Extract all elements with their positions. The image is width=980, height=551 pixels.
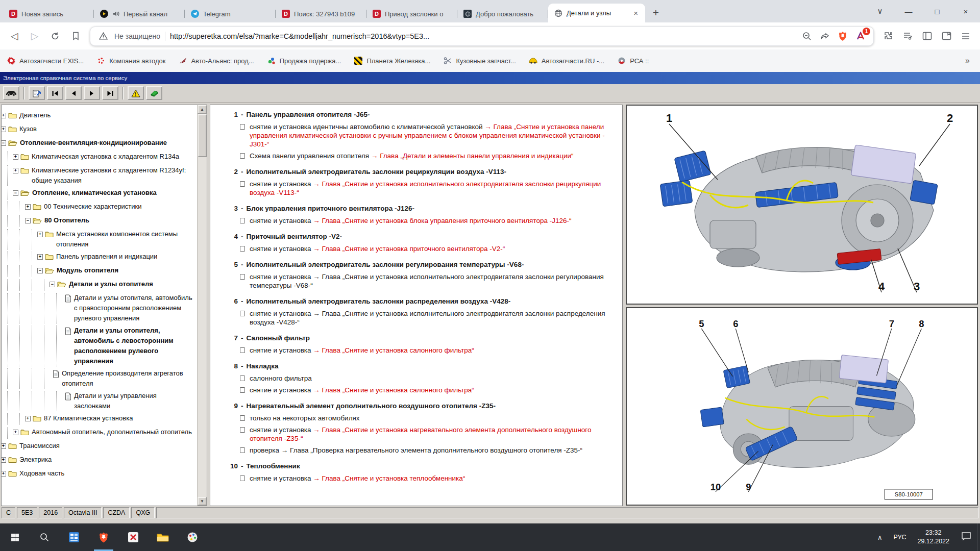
tree-item-label[interactable]: Климатические установки с хладагентом R1… — [32, 165, 196, 186]
collapse-box[interactable]: − — [25, 218, 31, 223]
nav-last-button[interactable] — [102, 86, 118, 100]
not-secure-warning-icon[interactable] — [96, 30, 110, 43]
tree-item[interactable]: +Автономный отопитель, дополнительный от… — [4, 427, 196, 439]
sidebar-icon[interactable] — [918, 27, 936, 45]
expand-box[interactable]: + — [37, 254, 43, 260]
audio-speaker-icon[interactable] — [112, 10, 119, 17]
tree-item-label[interactable]: Ходовая часть — [19, 468, 66, 479]
tree-item[interactable]: −80 Отопитель — [4, 215, 196, 227]
notification-center-icon[interactable] — [961, 531, 972, 543]
chapter-link[interactable]: → Глава „Детали и элементы панели управл… — [371, 152, 574, 160]
clock[interactable]: 23:32 29.12.2022 — [917, 529, 949, 546]
tree-item[interactable]: +Двигатель — [4, 110, 196, 122]
tree-item[interactable]: Детали и узлы отопителя, автомобиль с пр… — [4, 293, 196, 323]
expand-box[interactable]: + — [25, 416, 31, 421]
tab-search-button[interactable]: ∨ — [866, 0, 894, 22]
tree-item-label[interactable]: Отопление, климатическая установка — [32, 188, 159, 198]
tree-item[interactable]: −Детали и узлы отопителя — [4, 279, 196, 291]
nav-next-button[interactable] — [84, 86, 100, 100]
tree-item-label[interactable]: Трансмиссия — [19, 441, 62, 451]
tree-item-label[interactable]: Климатическая установка с хладагентом R1… — [32, 152, 181, 162]
tree-item-label[interactable]: Детали и узлы управления заслонками — [74, 391, 196, 411]
tree-item-label[interactable]: Кузов — [19, 124, 39, 134]
tab-close-icon[interactable]: × — [632, 9, 639, 17]
browser-tab[interactable]: Первый канал — [94, 5, 185, 22]
tree-item[interactable]: +Ходовая часть — [4, 468, 196, 480]
bookmarks-overflow-chevron[interactable]: » — [965, 56, 973, 65]
address-bar[interactable]: Не защищено http://superetka.com/elsa/?m… — [90, 27, 874, 46]
tree-item-label[interactable]: Детали и узлы отопителя, автомобиль с пр… — [74, 293, 196, 323]
browser-tab[interactable]: DНовая запись — [3, 5, 94, 22]
taskbar-search-button[interactable] — [30, 523, 59, 551]
browser-tab[interactable]: DПривод заслонки о — [366, 5, 457, 22]
browser-tab[interactable]: Telegram — [185, 5, 276, 22]
zoom-out-icon[interactable] — [800, 30, 814, 43]
bookmark-item[interactable]: Компания автодок — [97, 57, 165, 65]
tree-item[interactable]: +00 Технические характеристики — [4, 202, 196, 213]
bookmark-item[interactable]: Автозапчасти EXIS... — [7, 57, 84, 65]
taskbar-explorer-button[interactable] — [148, 523, 178, 551]
expand-box[interactable]: + — [13, 154, 18, 160]
maximize-button[interactable]: □ — [923, 0, 951, 22]
tree-item-label[interactable]: Панель управления и индикации — [56, 252, 159, 262]
car-button[interactable] — [3, 86, 19, 100]
chapter-link[interactable]: → Глава „Снятие и установка приточного в… — [313, 245, 505, 253]
tree-item-label[interactable]: 00 Технические характеристики — [44, 202, 144, 212]
reload-button[interactable] — [46, 27, 64, 45]
chapter-link[interactable]: → Глава „Снятие и установка салонного фи… — [313, 346, 474, 354]
bookmark-flag-button[interactable] — [66, 27, 85, 45]
tree-item-label[interactable]: 87 Климатическая установка — [44, 413, 135, 423]
nav-prev-button[interactable] — [65, 86, 82, 100]
scroll-track[interactable] — [198, 157, 207, 497]
bookmark-item[interactable]: Кузовные запчаст... — [444, 57, 516, 65]
tree-item[interactable]: +Панель управления и индикации — [4, 252, 196, 263]
bookmark-item[interactable]: Планета Железяка... — [354, 57, 430, 65]
scroll-up-arrow[interactable]: ▲ — [198, 105, 207, 114]
expand-box[interactable]: + — [2, 113, 6, 118]
tree-item-label[interactable]: Отопление-вентиляция-кондиционирование — [20, 138, 169, 148]
taskbar-palette-button[interactable] — [178, 523, 207, 551]
tree-item[interactable]: Определение производителя агрегатов отоп… — [4, 368, 196, 389]
bookmark-item[interactable]: РСА :: — [618, 57, 649, 65]
tree-item-label[interactable]: Модуль отопителя — [57, 265, 120, 276]
expand-box[interactable]: + — [25, 204, 31, 210]
hidden-icons-chevron[interactable]: ∧ — [877, 534, 883, 541]
tree-item-label[interactable]: Автономный отопитель, дополнительный ото… — [32, 427, 194, 437]
collapse-box[interactable]: − — [37, 268, 43, 273]
browser-tab[interactable]: Детали и узлы× — [548, 4, 645, 22]
taskbar-brave-button[interactable] — [89, 523, 118, 551]
warning-button[interactable] — [128, 86, 144, 100]
forward-button[interactable]: ▷ — [26, 27, 44, 45]
chapter-link[interactable]: → Глава „Снятие и установка салонного фи… — [313, 386, 474, 394]
expand-box[interactable]: + — [13, 430, 18, 435]
chapter-link[interactable]: → Глава „Снятие и установка блока управл… — [313, 217, 571, 224]
playlist-icon[interactable] — [898, 27, 917, 45]
tree-item[interactable]: +Климатические установки с хладагентом R… — [4, 165, 196, 186]
taskbar-start-button[interactable] — [0, 523, 30, 551]
bookmark-item[interactable]: Автозапчасти.RU -... — [529, 57, 604, 65]
bookmark-item[interactable]: Продажа подержа... — [267, 57, 341, 65]
language-indicator[interactable]: РУС — [893, 534, 906, 541]
tree-scrollbar[interactable]: ▲ ▼ — [197, 105, 207, 506]
eraser-button[interactable] — [146, 86, 162, 100]
back-button[interactable]: ◁ — [5, 27, 23, 45]
menu-icon[interactable] — [957, 27, 975, 45]
tree-item-label[interactable]: Детали и узлы отопителя — [69, 279, 155, 289]
scroll-thumb[interactable] — [198, 114, 207, 157]
collapse-box[interactable]: − — [50, 282, 55, 287]
tree-item[interactable]: +Трансмиссия — [4, 441, 196, 453]
url-text[interactable]: http://superetka.com/elsa/?marke=C&model… — [170, 32, 796, 40]
tree-item[interactable]: −Отопление-вентиляция-кондиционирование — [4, 138, 196, 149]
tree-item[interactable]: +Климатическая установка с хладагентом R… — [4, 152, 196, 163]
expand-box[interactable]: + — [2, 457, 6, 463]
collapse-box[interactable]: − — [2, 140, 6, 146]
tree-item[interactable]: +Кузов — [4, 124, 196, 136]
tree-item[interactable]: +Места установки компонентов системы ото… — [4, 229, 196, 249]
browser-tab[interactable]: Добро пожаловать — [457, 5, 548, 22]
tree-item-label[interactable]: Места установки компонентов системы отоп… — [56, 229, 196, 249]
tree-item[interactable]: −Отопление, климатическая установка — [4, 188, 196, 199]
tree-item-label[interactable]: Двигатель — [19, 110, 53, 120]
tree-item[interactable]: +Электрика — [4, 455, 196, 466]
taskbar-red-x-app-button[interactable] — [118, 523, 148, 551]
scroll-down-arrow[interactable]: ▼ — [198, 497, 207, 506]
